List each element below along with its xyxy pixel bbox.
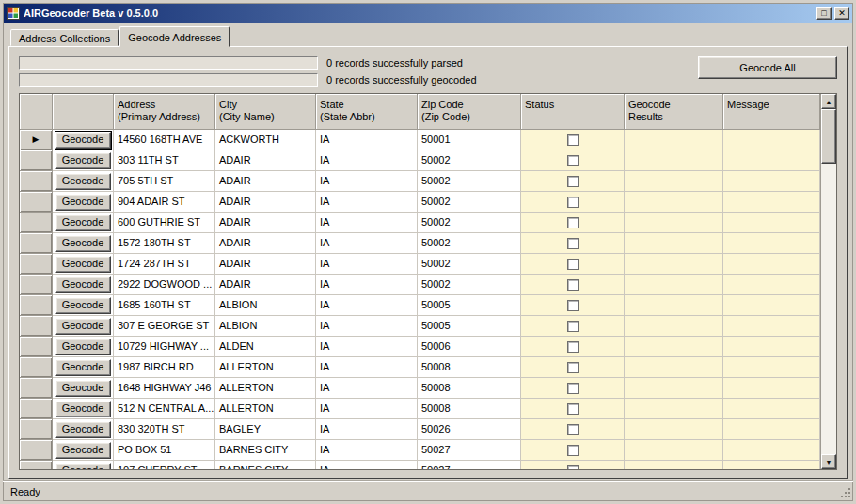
status-checkbox[interactable]	[567, 362, 579, 373]
status-cell	[521, 130, 625, 150]
row-selector[interactable]	[20, 378, 53, 399]
geocode-button[interactable]: Geocode	[55, 235, 111, 252]
row-selector[interactable]: ▶	[20, 130, 53, 150]
geocode-button[interactable]: Geocode	[55, 339, 111, 355]
geocode-addresses-tab-page: 0 records successfully parsed 0 records …	[8, 46, 848, 479]
geocode-button[interactable]: Geocode	[55, 380, 111, 397]
geocode-button[interactable]: Geocode	[55, 152, 111, 169]
row-selector[interactable]	[20, 233, 53, 254]
tab-address-collections[interactable]: Address Collections	[10, 29, 119, 46]
geocode-button[interactable]: Geocode	[55, 297, 111, 314]
city-cell: BARNES CITY	[215, 440, 316, 461]
city-cell: ADAIR	[215, 233, 316, 254]
zip-cell: 50006	[418, 337, 521, 357]
status-checkbox[interactable]	[567, 155, 579, 166]
geocode-results-cell	[625, 337, 723, 357]
status-checkbox[interactable]	[567, 238, 579, 249]
geocode-all-button[interactable]: Geocode All	[698, 56, 837, 79]
geocode-button[interactable]: Geocode	[55, 214, 111, 231]
geocode-button[interactable]: Geocode	[55, 318, 111, 335]
row-selector[interactable]	[20, 295, 53, 316]
row-selector[interactable]	[20, 275, 53, 295]
city-cell: ALLERTON	[215, 378, 316, 399]
app-icon[interactable]	[7, 7, 20, 20]
geocode-button[interactable]: Geocode	[55, 173, 111, 190]
corner-header-cell[interactable]	[20, 94, 53, 130]
status-checkbox[interactable]	[567, 259, 579, 270]
status-checkbox[interactable]	[567, 383, 579, 394]
column-header-state[interactable]: State (State Abbr)	[316, 94, 418, 130]
message-cell	[723, 275, 820, 295]
message-cell	[723, 150, 820, 171]
column-header-city[interactable]: City (City Name)	[215, 94, 316, 130]
row-selector[interactable]	[20, 213, 53, 233]
status-checkbox[interactable]	[567, 403, 579, 415]
row-selector[interactable]	[20, 254, 53, 275]
status-checkbox[interactable]	[567, 465, 579, 470]
state-cell: IA	[316, 254, 418, 275]
geocode-button[interactable]: Geocode	[55, 132, 111, 149]
geocode-button[interactable]: Geocode	[55, 276, 111, 293]
status-checkbox[interactable]	[567, 134, 579, 146]
close-button[interactable]: ✕	[834, 7, 849, 20]
row-selector[interactable]	[20, 316, 53, 337]
geocode-button[interactable]: Geocode	[55, 256, 111, 273]
status-checkbox[interactable]	[567, 217, 579, 228]
address-cell: 2922 DOGWOOD ...	[114, 275, 215, 295]
message-cell	[723, 130, 820, 150]
column-header-message[interactable]: Message	[723, 94, 820, 130]
geocode-button[interactable]: Geocode	[55, 421, 111, 438]
row-selector[interactable]	[20, 357, 53, 378]
resize-grip-icon[interactable]	[840, 487, 851, 498]
geocode-results-cell	[625, 275, 723, 295]
row-selector[interactable]	[20, 440, 53, 461]
message-cell	[723, 378, 820, 399]
address-cell: 303 11TH ST	[114, 150, 215, 171]
city-cell: ALLERTON	[215, 357, 316, 378]
scrollbar-thumb[interactable]	[821, 109, 836, 164]
status-checkbox[interactable]	[567, 445, 579, 456]
geocode-button[interactable]: Geocode	[55, 359, 111, 376]
geocode-button[interactable]: Geocode	[55, 401, 111, 417]
column-header-status[interactable]: Status	[521, 94, 625, 130]
scrollbar-track[interactable]	[821, 164, 836, 454]
status-checkbox[interactable]	[567, 321, 579, 332]
row-selector[interactable]	[20, 399, 53, 419]
row-selector[interactable]	[20, 192, 53, 213]
scroll-down-icon[interactable]: ▼	[821, 454, 836, 469]
table-row: Geocode107 CHERRY STBARNES CITYIA50027	[20, 461, 820, 469]
column-header-address[interactable]: Address (Primary Address)	[114, 94, 215, 130]
zip-cell: 50002	[418, 171, 521, 192]
message-cell	[723, 357, 820, 378]
address-cell: 600 GUTHRIE ST	[114, 213, 215, 233]
geocode-results-cell	[625, 378, 723, 399]
row-selector[interactable]	[20, 171, 53, 192]
status-checkbox[interactable]	[567, 341, 579, 353]
row-selector[interactable]	[20, 150, 53, 171]
geocode-button[interactable]: Geocode	[55, 442, 111, 459]
geocode-button[interactable]: Geocode	[55, 463, 111, 470]
scroll-up-icon[interactable]: ▲	[821, 94, 836, 109]
status-checkbox[interactable]	[567, 424, 579, 435]
maximize-button[interactable]: □	[816, 7, 832, 20]
status-checkbox[interactable]	[567, 176, 579, 187]
row-selector[interactable]	[20, 419, 53, 440]
tab-geocode-addresses[interactable]: Geocode Addresses	[119, 26, 230, 47]
row-selector[interactable]	[20, 461, 53, 469]
button-column-header[interactable]	[53, 94, 114, 130]
client-area: Address Collections Geocode Addresses 0 …	[3, 24, 853, 479]
geocode-button-cell: Geocode	[53, 171, 114, 192]
vertical-scrollbar[interactable]: ▲ ▼	[820, 94, 836, 469]
column-header-zip[interactable]: Zip Code (Zip Code)	[418, 94, 521, 130]
geocode-button[interactable]: Geocode	[55, 194, 111, 211]
status-checkbox[interactable]	[567, 300, 579, 311]
column-header-geocode-results[interactable]: Geocode Results	[625, 94, 723, 130]
message-cell	[723, 399, 820, 419]
row-selector[interactable]	[20, 337, 53, 357]
address-cell: 14560 168TH AVE	[114, 130, 215, 150]
status-checkbox[interactable]	[567, 279, 579, 291]
status-checkbox[interactable]	[567, 197, 579, 208]
geocode-button-cell: Geocode	[53, 399, 114, 419]
state-cell: IA	[316, 399, 418, 419]
geocode-results-cell	[625, 171, 723, 192]
